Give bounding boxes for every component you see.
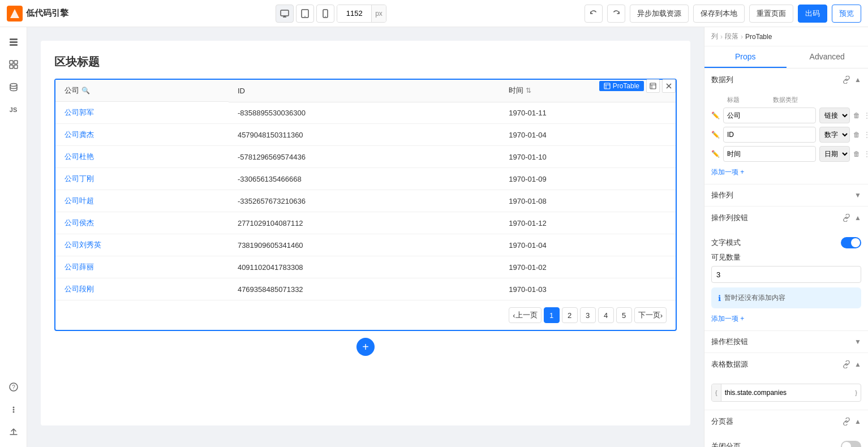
svg-point-8 [325, 16, 325, 16]
time-filter-icon[interactable]: ⇅ [526, 87, 531, 94]
section-table-datasource-body: { this.state.companies } [704, 376, 868, 410]
col-drag-handle[interactable]: ⋮⋮ [863, 111, 868, 119]
sidebar-icon-more[interactable] [3, 399, 24, 420]
company-link[interactable]: 公司叶超 [65, 196, 94, 205]
section-table-datasource: 表格数据源 ▲ { this.state.companies } [704, 353, 868, 410]
desktop-view-btn[interactable] [276, 5, 294, 23]
col-type-select[interactable]: 链接数字日期文本图片 [819, 108, 850, 123]
tablet-view-btn[interactable] [296, 5, 314, 23]
cell-date: 1970-01-11 [500, 102, 676, 124]
col-delete-icon[interactable]: 🗑 [853, 111, 860, 119]
section-action-buttons: 操作列按钮 ▲ 文字模式 可见数量 3 ℹ [704, 207, 868, 331]
visible-count-input[interactable]: 3 [711, 266, 861, 283]
section-paginator-body: 关闭分页 [704, 433, 868, 447]
col-edit-icon[interactable]: ✏️ [711, 131, 720, 139]
section-paginator-header[interactable]: 分页器 ▲ [704, 410, 868, 433]
sidebar-icon-layers[interactable] [3, 32, 24, 52]
page-canvas: 区块标题 ProTable [41, 41, 690, 425]
col-type-select[interactable]: 链接数字日期文本图片 [819, 127, 850, 143]
col-config-row: ✏️ 链接数字日期文本图片 🗑 ⋮⋮ [711, 127, 861, 143]
cell-id: -3352657673210636 [229, 190, 500, 212]
section-toolbar-buttons-header[interactable]: 操作栏按钮 ▼ [704, 331, 868, 353]
export-btn[interactable]: 出码 [798, 5, 827, 23]
section-action-buttons-header[interactable]: 操作列按钮 ▲ [704, 207, 868, 229]
tab-advanced[interactable]: Advanced [787, 46, 869, 68]
section-action-columns-label: 操作列 [711, 190, 733, 200]
company-link[interactable]: 公司刘秀英 [65, 240, 101, 249]
prev-page-btn[interactable]: ‹ 上一页 [509, 307, 541, 323]
datasource-link-btn[interactable] [841, 359, 852, 370]
breadcrumb-item-1[interactable]: 列 [711, 32, 718, 41]
async-load-btn[interactable]: 异步加载资源 [630, 5, 689, 23]
company-link[interactable]: 公司侯杰 [65, 218, 94, 227]
sidebar-icon-publish[interactable] [3, 422, 24, 442]
section-action-columns-header[interactable]: 操作列 ▼ [704, 184, 868, 206]
datasource-input-wrap: { this.state.companies } [711, 384, 861, 402]
data-columns-link-btn[interactable] [841, 74, 852, 85]
svg-point-16 [10, 84, 17, 87]
cell-id: 4579048150311360 [229, 124, 500, 146]
mobile-view-btn[interactable] [316, 5, 334, 23]
section-table-datasource-header[interactable]: 表格数据源 ▲ [704, 353, 868, 376]
col-type-select[interactable]: 链接数字日期文本图片 [819, 146, 850, 162]
page-btn-1[interactable]: 1 [544, 307, 560, 323]
company-search-icon[interactable]: 🔍 [81, 87, 90, 94]
table-delete-btn[interactable] [662, 79, 676, 93]
toolbar-right: 异步加载资源 保存到本地 重置页面 出码 预览 [585, 5, 861, 23]
col-title-input[interactable] [723, 146, 816, 162]
col-drag-handle[interactable]: ⋮⋮ [863, 131, 868, 139]
paginator-link-btn[interactable] [841, 416, 852, 427]
add-block-btn[interactable]: + [356, 338, 375, 356]
page-btn-4[interactable]: 4 [598, 307, 614, 323]
svg-point-20 [12, 409, 14, 411]
preview-btn[interactable]: 预览 [832, 5, 861, 23]
sidebar-icon-js[interactable]: JS [3, 100, 24, 120]
action-btns-link-btn[interactable] [841, 212, 852, 224]
save-local-btn[interactable]: 保存到本地 [693, 5, 745, 23]
undo-btn[interactable] [585, 5, 603, 23]
sidebar-icon-help[interactable]: ? [3, 377, 24, 397]
breadcrumb-item-2[interactable]: 段落 [725, 32, 738, 41]
company-link[interactable]: 公司郭军 [65, 108, 94, 117]
company-link[interactable]: 公司薛丽 [65, 263, 94, 271]
protable-badge: ProTable [599, 81, 644, 91]
page-btn-2[interactable]: 2 [562, 307, 578, 323]
company-link[interactable]: 公司段刚 [65, 285, 94, 293]
reset-page-btn[interactable]: 重置页面 [749, 5, 793, 23]
text-mode-label: 文字模式 [711, 238, 741, 248]
page-btn-3[interactable]: 3 [580, 307, 596, 323]
protable-label: ProTable [613, 82, 639, 90]
next-page-btn[interactable]: 下一页 › [634, 307, 667, 323]
width-input[interactable]: 1152 [337, 5, 371, 22]
page-btn-5[interactable]: 5 [616, 307, 632, 323]
datasource-input[interactable]: this.state.companies [721, 384, 852, 401]
col-title-input[interactable] [723, 108, 816, 123]
redo-btn[interactable] [607, 5, 625, 23]
tab-props[interactable]: Props [704, 46, 787, 68]
col-edit-icon[interactable]: ✏️ [711, 111, 720, 119]
company-link[interactable]: 公司龚杰 [65, 130, 94, 139]
px-input-wrap[interactable]: 1152 px [337, 5, 386, 23]
table-edit-btn[interactable] [646, 79, 660, 93]
company-link[interactable]: 公司杜艳 [65, 152, 94, 161]
col-delete-icon[interactable]: 🗑 [853, 131, 860, 139]
paginator-chevron: ▲ [854, 418, 861, 425]
breadcrumb-item-3[interactable]: ProTable [745, 33, 772, 41]
sidebar-icon-components[interactable] [3, 54, 24, 75]
cell-date: 1970-01-04 [500, 124, 676, 146]
col-delete-icon[interactable]: 🗑 [853, 150, 860, 158]
close-pager-toggle[interactable] [841, 441, 861, 447]
col-edit-icon[interactable]: ✏️ [711, 150, 720, 158]
col-header-title: 标题 [727, 96, 768, 104]
add-col-btn[interactable]: 添加一项 + [711, 165, 744, 179]
svg-rect-22 [604, 83, 610, 89]
col-title-input[interactable] [723, 127, 816, 143]
add-action-btn[interactable]: 添加一项 + [711, 312, 744, 326]
sidebar-icon-data[interactable] [3, 77, 24, 97]
section-data-columns-header[interactable]: 数据列 ▲ [704, 68, 868, 91]
col-drag-handle[interactable]: ⋮⋮ [863, 150, 868, 158]
text-mode-toggle[interactable] [841, 237, 861, 248]
company-link[interactable]: 公司丁刚 [65, 174, 94, 183]
toolbar-buttons-chevron: ▼ [854, 338, 861, 346]
section-paginator: 分页器 ▲ 关闭分页 [704, 410, 868, 447]
